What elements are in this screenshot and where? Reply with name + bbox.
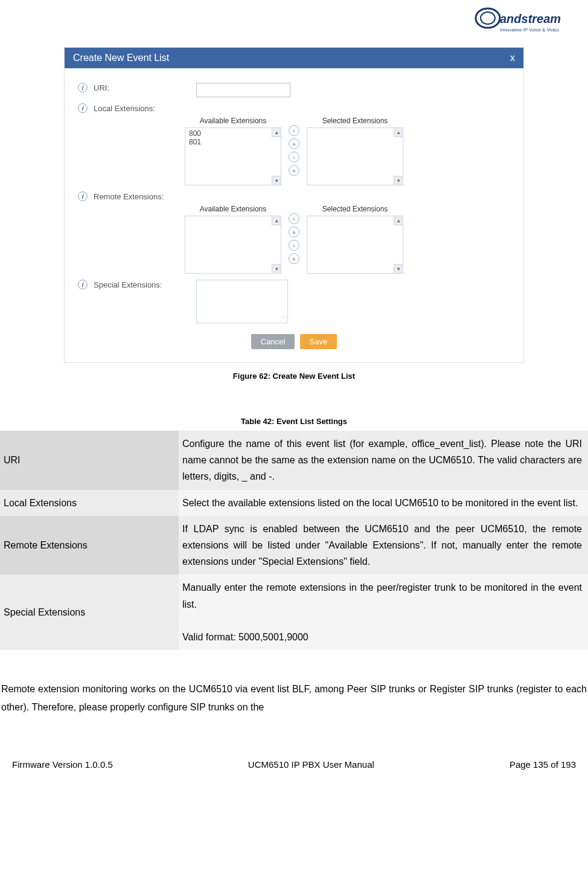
- footer-center: UCM6510 IP PBX User Manual: [248, 759, 374, 770]
- scroll-up-icon[interactable]: ▴: [272, 216, 281, 225]
- brand-logo: andstream Innovative IP Voice & Video: [473, 6, 570, 39]
- move-all-left-button[interactable]: «: [289, 165, 299, 176]
- figure-caption: Figure 62: Create New Event List: [0, 372, 588, 381]
- setting-name: Local Extensions: [0, 490, 179, 516]
- setting-name: URI: [0, 431, 179, 490]
- move-right-button[interactable]: ›: [289, 213, 299, 224]
- move-right-button[interactable]: ›: [289, 125, 299, 136]
- move-all-right-button[interactable]: »: [289, 227, 299, 237]
- table-row: URI Configure the name of this event lis…: [0, 431, 588, 490]
- info-icon[interactable]: i: [78, 83, 88, 92]
- body-paragraph: Remote extension monitoring works on the…: [0, 680, 588, 717]
- setting-name: Special Extensions: [0, 574, 179, 650]
- list-item[interactable]: 801: [189, 138, 277, 146]
- available-label: Available Extensions: [185, 205, 281, 213]
- setting-desc: Select the available extensions listed o…: [179, 490, 588, 516]
- local-extensions-picker: Available Extensions 800 801 ▴ ▾ › » ‹ «…: [78, 117, 510, 185]
- svg-point-1: [481, 12, 495, 24]
- table-row: Local Extensions Select the available ex…: [0, 490, 588, 516]
- list-item[interactable]: 800: [189, 129, 277, 138]
- scroll-up-icon[interactable]: ▴: [272, 128, 281, 137]
- create-event-list-dialog: Create New Event List x i URI: i Local E…: [64, 47, 524, 363]
- special-ext-label: Special Extensions:: [94, 280, 196, 289]
- info-icon[interactable]: i: [78, 191, 88, 201]
- dialog-header: Create New Event List x: [65, 48, 523, 68]
- scroll-down-icon[interactable]: ▾: [272, 264, 281, 273]
- uri-input[interactable]: [196, 83, 290, 97]
- scroll-down-icon[interactable]: ▾: [394, 176, 403, 185]
- info-icon[interactable]: i: [78, 280, 88, 289]
- footer-left: Firmware Version 1.0.0.5: [12, 759, 113, 770]
- remote-extensions-picker: Available Extensions ▴ ▾ › » ‹ « Selecte…: [78, 205, 510, 274]
- move-left-button[interactable]: ‹: [289, 152, 299, 162]
- local-available-listbox[interactable]: 800 801 ▴ ▾: [185, 127, 281, 185]
- close-icon[interactable]: x: [510, 53, 515, 63]
- setting-desc: Manually enter the remote extensions in …: [179, 574, 588, 650]
- local-ext-label: Local Extensions:: [94, 103, 196, 113]
- event-list-settings-table: URI Configure the name of this event lis…: [0, 431, 588, 650]
- resize-handle-icon[interactable]: ⋰: [280, 315, 286, 321]
- table-row: Remote Extensions If LDAP sync is enable…: [0, 516, 588, 575]
- move-all-left-button[interactable]: «: [289, 253, 299, 264]
- scroll-up-icon[interactable]: ▴: [394, 128, 403, 137]
- dialog-title: Create New Event List: [73, 53, 169, 63]
- scroll-up-icon[interactable]: ▴: [394, 216, 403, 225]
- selected-label: Selected Extensions: [307, 117, 403, 125]
- scroll-down-icon[interactable]: ▾: [272, 176, 281, 185]
- brand-tagline: Innovative IP Voice & Video: [500, 27, 560, 33]
- cancel-button[interactable]: Cancel: [251, 334, 295, 349]
- svg-text:andstream: andstream: [500, 12, 561, 25]
- move-all-right-button[interactable]: »: [289, 138, 299, 149]
- page-footer: Firmware Version 1.0.0.5 UCM6510 IP PBX …: [0, 717, 588, 784]
- save-button[interactable]: Save: [300, 334, 337, 349]
- table-caption: Table 42: Event List Settings: [0, 417, 588, 426]
- footer-right: Page 135 of 193: [510, 759, 576, 770]
- svg-point-0: [476, 8, 500, 28]
- special-extensions-textarea[interactable]: ⋰: [196, 280, 288, 323]
- setting-name: Remote Extensions: [0, 516, 179, 575]
- available-label: Available Extensions: [185, 117, 281, 125]
- setting-desc: If LDAP sync is enabled between the UCM6…: [179, 516, 588, 575]
- remote-ext-label: Remote Extensions:: [94, 191, 196, 201]
- local-selected-listbox[interactable]: ▴ ▾: [307, 127, 403, 185]
- selected-label: Selected Extensions: [307, 205, 403, 213]
- setting-desc: Configure the name of this event list (f…: [179, 431, 588, 490]
- table-row: Special Extensions Manually enter the re…: [0, 574, 588, 650]
- scroll-down-icon[interactable]: ▾: [394, 264, 403, 273]
- move-left-button[interactable]: ‹: [289, 240, 299, 251]
- remote-selected-listbox[interactable]: ▴ ▾: [307, 216, 403, 274]
- info-icon[interactable]: i: [78, 103, 88, 113]
- uri-label: URI:: [94, 83, 196, 92]
- remote-available-listbox[interactable]: ▴ ▾: [185, 216, 281, 274]
